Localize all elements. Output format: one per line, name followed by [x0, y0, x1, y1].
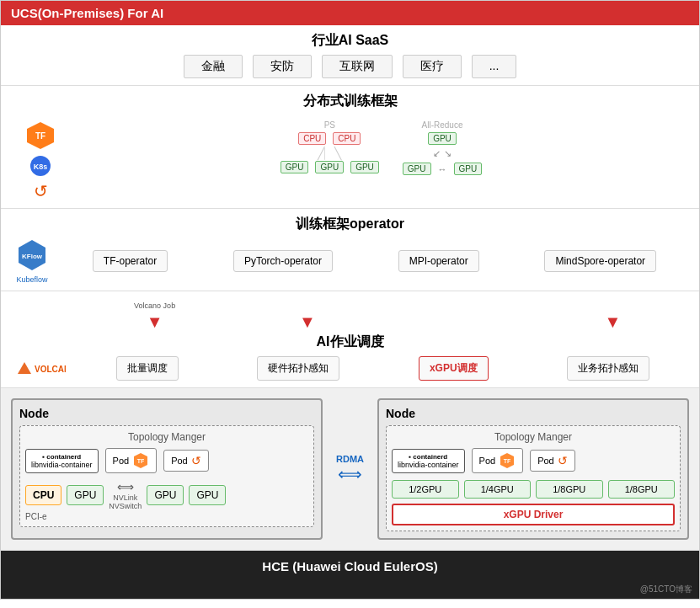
saas-title: 行业AI SaaS — [11, 32, 689, 50]
sched-xgpu: xGPU调度 — [419, 356, 489, 381]
right-pod1: Pod TF — [472, 448, 524, 473]
refresh-pod-icon: ↺ — [191, 454, 201, 467]
xgpu-driver-box: xGPU Driver — [392, 504, 675, 525]
left-topology-box: Topology Manger ▪ containerd libnvidia-c… — [19, 425, 314, 527]
pcie-label: PCI-e — [25, 512, 308, 521]
allreduce-label: All-Reduce — [422, 120, 463, 130]
red-arrow-1: ▼ — [78, 312, 231, 332]
right-container-label: libnvidia-container — [398, 461, 459, 469]
refresh-icon: ↺ — [34, 181, 48, 201]
ar-arrow-right: ↘ — [444, 148, 452, 159]
gpu-row: GPU GPU GPU — [281, 161, 379, 173]
ar-gpu-top: GPU — [428, 132, 457, 145]
left-hardware-row: CPU GPU ⟺ NVLinkNVSwitch GPU GPU — [25, 480, 308, 510]
ar-gpu-bl: GPU — [403, 163, 431, 175]
allreduce-top: GPU — [428, 132, 457, 145]
scheduling-title: AI作业调度 — [11, 333, 689, 351]
left-gpu1: GPU — [67, 485, 104, 505]
allreduce-arrows: ↙ ↘ — [433, 148, 452, 159]
nvlink-section: ⟺ NVLinkNVSwitch — [109, 480, 142, 510]
kubeflow-logo: KFlow Kubeflow — [11, 238, 53, 284]
pod2-label: Pod — [171, 456, 188, 466]
rdma-arrow: ⟺ — [338, 464, 362, 484]
ar-arrow-left: ↙ — [433, 148, 441, 159]
saas-item: ... — [472, 55, 517, 78]
tensorflow-icon: TF — [25, 120, 56, 151]
xgpu-half: 1/2GPU — [392, 480, 459, 499]
operator-title: 训练框架operator — [11, 216, 689, 233]
sched-batch: 批量调度 — [116, 356, 179, 381]
footer-title: HCE (Huawei Cloud EulerOS) — [262, 559, 437, 573]
svg-text:TF: TF — [137, 458, 145, 464]
rdma-label: RDMA — [336, 454, 364, 464]
xgpu-eighth-1: 1/8GPU — [536, 480, 603, 499]
allreduce-diagram: All-Reduce GPU ↙ ↘ GPU ↔ GPU — [403, 120, 482, 175]
cpu-row: CPU CPU — [298, 132, 361, 145]
gpu-box-3: GPU — [350, 161, 379, 173]
svg-text:K8s: K8s — [34, 163, 48, 171]
main-container: UCS(On-Premises) For AI 行业AI SaaS 金融 安防 … — [0, 0, 700, 600]
right-topology-title: Topology Manger — [392, 431, 675, 443]
cpu-box-2: CPU — [333, 132, 361, 145]
saas-items: 金融 安防 互联网 医疗 ... — [11, 55, 689, 78]
right-pod2-label: Pod — [537, 456, 554, 466]
logos-left: TF K8s ↺ — [11, 120, 70, 201]
pod1-label: Pod — [113, 456, 130, 466]
saas-item: 互联网 — [322, 55, 393, 78]
kubeflow-label: Kubeflow — [11, 275, 53, 284]
right-pod1-label: Pod — [479, 456, 496, 466]
operator-inner: KFlow Kubeflow TF-operator PyTorch-opera… — [11, 238, 689, 284]
left-pod1: Pod TF — [105, 448, 158, 473]
saas-item: 医疗 — [403, 55, 462, 78]
distributed-section: 分布式训练框架 TF K8s ↺ PS — [1, 86, 699, 209]
header-title: UCS(On-Premises) For AI — [11, 6, 163, 20]
red-arrow-icon-3: ▼ — [604, 312, 621, 331]
gpu-box-1: GPU — [281, 161, 309, 173]
left-cpu: CPU — [25, 485, 61, 505]
kubeflow-icon: KFlow — [15, 238, 49, 272]
operator-section: 训练框架operator KFlow Kubeflow TF-operator … — [1, 209, 699, 291]
svg-text:TF: TF — [504, 458, 511, 464]
footer-note-text: @51CTO博客 — [640, 584, 692, 594]
right-refresh-icon: ↺ — [558, 454, 568, 467]
gpu-box-2: GPU — [315, 161, 344, 173]
red-arrow-2: ▼ — [231, 312, 383, 332]
red-arrows-row: ▼ ▼ ▼ — [11, 312, 689, 332]
operator-pytorch: PyTorch-operator — [233, 250, 333, 272]
arrows-row: Volcano Job — [11, 298, 689, 311]
operator-mindspore: MindSpore-operator — [544, 250, 656, 272]
nvlink-label: NVLinkNVSwitch — [109, 493, 142, 510]
distributed-title: 分布式训练框架 — [303, 93, 398, 110]
right-container: ▪ containerd libnvidia-container — [392, 449, 465, 473]
ar-arrow-h: ↔ — [438, 164, 447, 174]
nvlink-arrow: ⟺ — [117, 480, 134, 493]
svg-marker-6 — [18, 362, 31, 374]
nodes-section: Node Topology Manger ▪ containerd libnvi… — [1, 388, 699, 551]
red-arrow-icon-1: ▼ — [147, 312, 163, 331]
distributed-content: TF K8s ↺ PS CPU CPU — [11, 120, 689, 201]
operator-mpi: MPI-operator — [398, 250, 479, 272]
sched-hw: 硬件拓扑感知 — [257, 356, 339, 381]
left-node: Node Topology Manger ▪ containerd libnvi… — [11, 398, 323, 540]
right-pod2: Pod ↺ — [530, 450, 575, 472]
right-node: Node Topology Manger ▪ containerd libnvi… — [377, 398, 689, 540]
red-arrow-4: ▼ — [537, 312, 689, 332]
left-gpu3: GPU — [189, 485, 226, 505]
xgpu-quarter: 1/4GPU — [464, 480, 532, 499]
red-arrow-3 — [384, 312, 537, 332]
left-node-title: Node — [19, 407, 314, 420]
left-container: ▪ containerd libnvidia-container — [25, 449, 99, 473]
arrow-slot-1: Volcano Job — [78, 298, 231, 311]
right-container-d-icon: ▪ containerd — [398, 453, 459, 461]
left-gpu2: GPU — [147, 485, 184, 505]
container-d-icon: ▪ containerd — [31, 453, 93, 461]
xgpu-hw-row: 1/2GPU 1/4GPU 1/8GPU 1/8GPU — [392, 480, 675, 499]
svg-text:TF: TF — [35, 131, 45, 141]
scheduling-inner: VOLCANO 批量调度 硬件拓扑感知 xGPU调度 业务拓扑感知 — [11, 356, 689, 381]
ps-diagram: PS CPU CPU ╱⎸╲ GPU GPU GPU — [281, 120, 379, 175]
arrow-slot-2 — [231, 298, 383, 311]
header-bar: UCS(On-Premises) For AI — [1, 1, 699, 25]
footer-note: @51CTO博客 — [1, 582, 699, 599]
allreduce-bottom: GPU ↔ GPU — [403, 163, 482, 175]
xgpu-eighth-2: 1/8GPU — [608, 480, 676, 499]
